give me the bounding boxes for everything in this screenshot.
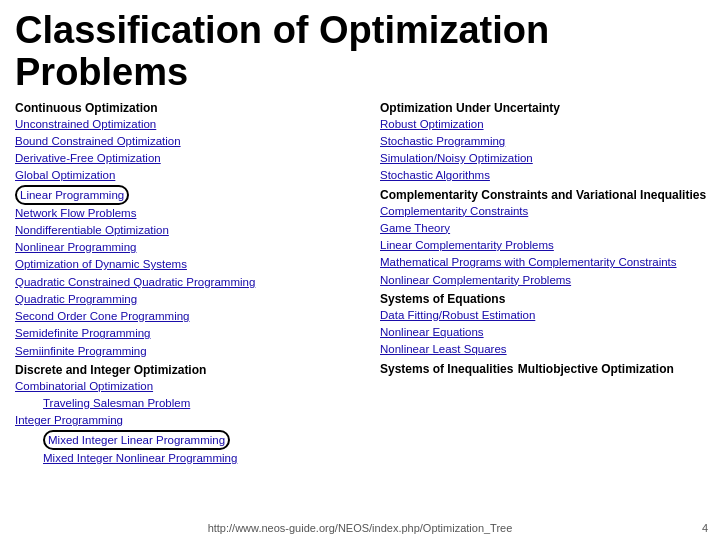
link-minlp[interactable]: Mixed Integer Nonlinear Programming [15,450,370,467]
link-stochastic-alg[interactable]: Stochastic Algorithms [380,167,710,184]
link-qcqp[interactable]: Quadratic Constrained Quadratic Programm… [15,274,370,291]
link-bound-constrained[interactable]: Bound Constrained Optimization [15,133,370,150]
link-nonlinear-ls[interactable]: Nonlinear Least Squares [380,341,710,358]
page-number: 4 [702,522,708,534]
link-tsp[interactable]: Traveling Salesman Problem [15,395,370,412]
link-dynamic[interactable]: Optimization of Dynamic Systems [15,256,370,273]
link-global[interactable]: Global Optimization [15,167,370,184]
right-section5-header: Multiobjective Optimization [518,362,674,376]
link-nondifferentiable[interactable]: Nondifferentiable Optimization [15,222,370,239]
link-stochastic-prog[interactable]: Stochastic Programming [380,133,710,150]
link-complementarity[interactable]: Complementarity Constraints [380,203,710,220]
right-section1-header: Optimization Under Uncertainty [380,101,560,115]
left-column: Continuous Optimization Unconstrained Op… [10,98,370,467]
link-sip[interactable]: Semiinfinite Programming [15,343,370,360]
link-nonlinear-eq[interactable]: Nonlinear Equations [380,324,710,341]
left-section2-header: Discrete and Integer Optimization [15,363,206,377]
link-data-fitting[interactable]: Data Fitting/Robust Estimation [380,307,710,324]
link-nlcp[interactable]: Nonlinear Complementarity Problems [380,272,710,289]
right-column: Optimization Under Uncertainty Robust Op… [370,98,710,467]
link-integer-prog[interactable]: Integer Programming [15,412,370,429]
link-milp[interactable]: Mixed Integer Linear Programming [15,430,370,450]
link-robust[interactable]: Robust Optimization [380,116,710,133]
right-section2-header: Complementarity Constraints and Variatio… [380,188,706,202]
right-section3-header: Systems of Equations [380,292,505,306]
footer-url: http://www.neos-guide.org/NEOS/index.php… [208,522,513,534]
right-section4-header: Systems of Inequalities [380,362,513,376]
link-derivative-free[interactable]: Derivative-Free Optimization [15,150,370,167]
link-socp[interactable]: Second Order Cone Programming [15,308,370,325]
main-title: Classification of Optimization Problems [0,0,720,96]
link-linear-programming[interactable]: Linear Programming [15,185,370,205]
footer: http://www.neos-guide.org/NEOS/index.php… [0,522,720,534]
link-network-flow[interactable]: Network Flow Problems [15,205,370,222]
link-nonlinear[interactable]: Nonlinear Programming [15,239,370,256]
left-section1-header: Continuous Optimization [15,101,158,115]
link-unconstrained[interactable]: Unconstrained Optimization [15,116,370,133]
link-qp[interactable]: Quadratic Programming [15,291,370,308]
link-simulation[interactable]: Simulation/Noisy Optimization [380,150,710,167]
link-lcp[interactable]: Linear Complementarity Problems [380,237,710,254]
link-combinatorial[interactable]: Combinatorial Optimization [15,378,370,395]
link-game-theory[interactable]: Game Theory [380,220,710,237]
link-sdp[interactable]: Semidefinite Programming [15,325,370,342]
link-mpcc[interactable]: Mathematical Programs with Complementari… [380,254,710,271]
